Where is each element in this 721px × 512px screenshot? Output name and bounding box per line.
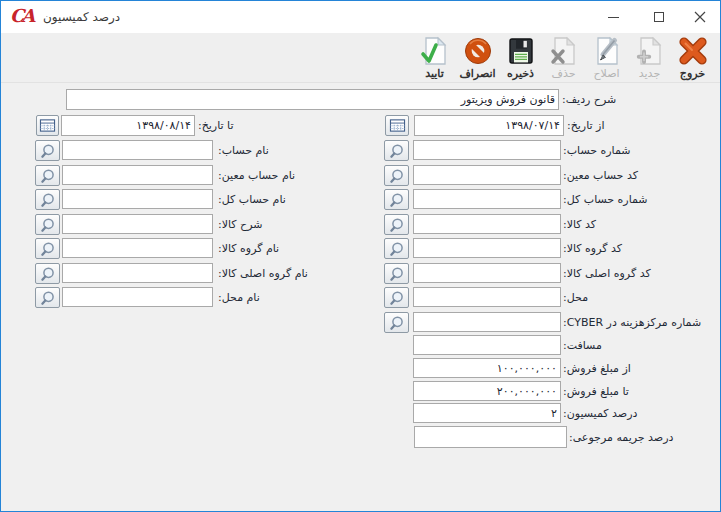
form-area: شرح ردیف: از تاریخ: تا تاریخ: شماره حساب… xyxy=(1,83,720,511)
search-icon xyxy=(39,241,57,257)
minimize-button[interactable] xyxy=(591,1,636,33)
account-number-search-button[interactable] xyxy=(384,140,409,161)
from-date-field[interactable] xyxy=(414,115,564,136)
cyber-cost-center-label: شماره مرکزهزینه در CYBER: xyxy=(563,316,701,329)
account-name-field[interactable] xyxy=(62,140,213,160)
general-account-number-search-button[interactable] xyxy=(384,189,409,210)
search-icon xyxy=(388,143,406,159)
confirm-button-label: تایید xyxy=(425,67,444,80)
subsidiary-account-code-label: کد حساب معین: xyxy=(563,169,638,182)
confirm-button[interactable]: تایید xyxy=(413,35,456,82)
location-name-field[interactable] xyxy=(62,287,213,307)
confirm-check-icon xyxy=(419,35,451,67)
item-group-code-label: کد گروه کالا: xyxy=(563,242,622,255)
general-account-name-search-button[interactable] xyxy=(35,189,60,210)
minimize-icon xyxy=(608,17,619,18)
distance-label: مسافت: xyxy=(563,339,602,352)
return-penalty-percent-label: درصد جریمه مرجوعی: xyxy=(569,431,673,444)
toolbar: تایید انصراف ذخیره xyxy=(1,33,720,83)
item-description-label: شرح کالا: xyxy=(218,218,262,231)
item-code-field[interactable] xyxy=(413,214,561,234)
search-icon xyxy=(39,290,57,306)
general-account-name-field[interactable] xyxy=(62,189,213,209)
to-date-field[interactable] xyxy=(61,115,195,136)
general-account-number-label: شماره حساب کل: xyxy=(563,193,648,206)
delete-button: حذف xyxy=(542,35,585,82)
cyber-cost-center-field[interactable] xyxy=(413,312,561,332)
from-date-label: از تاریخ: xyxy=(567,119,604,132)
edit-button: اصلاح xyxy=(585,35,628,82)
delete-page-icon xyxy=(548,35,580,67)
cyber-cost-center-search-button[interactable] xyxy=(384,312,409,333)
location-name-search-button[interactable] xyxy=(35,287,60,308)
location-search-button[interactable] xyxy=(384,287,409,308)
row-description-label: شرح ردیف: xyxy=(562,93,616,106)
account-number-field[interactable] xyxy=(413,140,561,160)
item-description-search-button[interactable] xyxy=(35,214,60,235)
subsidiary-account-code-search-button[interactable] xyxy=(384,165,409,186)
item-group-name-field[interactable] xyxy=(62,238,213,258)
new-page-icon xyxy=(634,35,666,67)
item-code-label: کد کالا: xyxy=(563,218,596,231)
item-group-code-field[interactable] xyxy=(413,238,561,258)
item-group-name-label: نام گروه کالا: xyxy=(218,242,279,255)
cancel-button-label: انصراف xyxy=(459,67,495,80)
search-icon xyxy=(39,217,57,233)
item-description-field[interactable] xyxy=(62,214,213,234)
calendar-icon xyxy=(389,118,406,133)
search-icon xyxy=(388,217,406,233)
to-sale-amount-field[interactable] xyxy=(413,381,561,401)
return-penalty-percent-field[interactable] xyxy=(414,426,567,448)
titlebar: CA درصد کمیسیون xyxy=(1,1,720,33)
search-icon xyxy=(388,241,406,257)
save-floppy-icon xyxy=(505,35,537,67)
search-icon xyxy=(39,192,57,208)
search-icon xyxy=(388,290,406,306)
calendar-icon xyxy=(39,118,56,133)
maximize-icon xyxy=(654,12,664,22)
item-main-group-name-label: نام گروه اصلی کالا: xyxy=(218,267,308,280)
subsidiary-account-name-field[interactable] xyxy=(62,165,213,185)
item-group-name-search-button[interactable] xyxy=(35,238,60,259)
commission-percent-field[interactable] xyxy=(413,403,561,423)
search-icon xyxy=(39,168,57,184)
account-name-label: نام حساب: xyxy=(218,144,269,157)
new-button-label: جدید xyxy=(639,67,660,80)
item-main-group-name-field[interactable] xyxy=(62,263,213,283)
search-icon xyxy=(39,143,57,159)
from-sale-amount-label: از مبلغ فروش: xyxy=(563,362,631,375)
exit-button-label: خروج xyxy=(680,67,705,80)
cancel-button[interactable]: انصراف xyxy=(456,35,499,82)
maximize-button[interactable] xyxy=(636,1,681,33)
item-main-group-code-field[interactable] xyxy=(413,263,561,283)
from-date-calendar-button[interactable] xyxy=(385,115,409,136)
location-label: محل: xyxy=(563,291,588,304)
distance-field[interactable] xyxy=(413,335,561,355)
search-icon xyxy=(388,192,406,208)
item-main-group-code-label: کد گروه اصلی کالا: xyxy=(563,267,651,280)
subsidiary-account-code-field[interactable] xyxy=(413,165,561,185)
search-icon xyxy=(39,266,57,282)
location-field[interactable] xyxy=(413,287,561,307)
new-button: جدید xyxy=(628,35,671,82)
window-title: درصد کمیسیون xyxy=(43,10,120,24)
item-main-group-name-search-button[interactable] xyxy=(35,263,60,284)
subsidiary-account-name-search-button[interactable] xyxy=(35,165,60,186)
save-button[interactable]: ذخیره xyxy=(499,35,542,82)
exit-x-icon xyxy=(677,35,709,67)
item-main-group-code-search-button[interactable] xyxy=(384,263,409,284)
account-name-search-button[interactable] xyxy=(35,140,60,161)
item-group-code-search-button[interactable] xyxy=(384,238,409,259)
delete-button-label: حذف xyxy=(552,67,576,80)
close-button[interactable] xyxy=(677,1,721,33)
to-date-calendar-button[interactable] xyxy=(36,115,59,136)
exit-button[interactable]: خروج xyxy=(671,35,714,82)
row-description-field[interactable] xyxy=(66,89,559,110)
account-number-label: شماره حساب: xyxy=(563,144,631,157)
general-account-number-field[interactable] xyxy=(413,189,561,209)
cancel-no-icon xyxy=(462,35,494,67)
dialog-window: CA درصد کمیسیون تایید xyxy=(0,0,721,512)
from-sale-amount-field[interactable] xyxy=(413,358,561,378)
edit-button-label: اصلاح xyxy=(593,67,619,80)
item-code-search-button[interactable] xyxy=(384,214,409,235)
